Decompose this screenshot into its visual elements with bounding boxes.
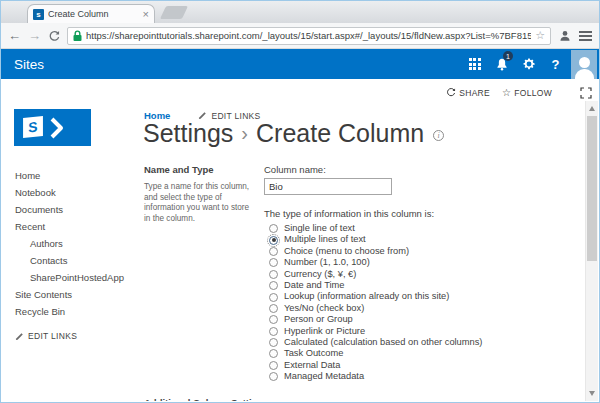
- type-option[interactable]: Lookup (information already on this site…: [264, 291, 584, 302]
- type-option[interactable]: Managed Metadata: [264, 371, 584, 382]
- bookmark-star-icon[interactable]: ☆: [535, 30, 545, 41]
- sidebar-item[interactable]: Home: [15, 167, 124, 184]
- type-option-label: Choice (menu to choose from): [284, 246, 409, 257]
- info-icon[interactable]: i: [433, 130, 444, 141]
- field-description-column: Name and Type Type a name for this colum…: [144, 164, 251, 224]
- column-name-label: Column name:: [264, 164, 584, 175]
- type-option-label: External Data: [284, 360, 340, 371]
- avatar-head: [579, 57, 590, 68]
- radio-icon[interactable]: [269, 304, 278, 313]
- notification-count-badge: 1: [503, 51, 513, 61]
- main-area: Home EDIT LINKS Settings › Create Column…: [143, 79, 584, 401]
- type-option-label: Task Outcome: [284, 348, 343, 359]
- scrollbar-thumb[interactable]: [587, 116, 597, 261]
- type-option[interactable]: Yes/No (check box): [264, 303, 584, 314]
- type-option[interactable]: Person or Group: [264, 314, 584, 325]
- sidebar-nav: Home Notebook Documents Recent Authors C…: [15, 167, 124, 320]
- radio-icon[interactable]: [269, 338, 278, 347]
- type-option[interactable]: Currency ($, ¥, €): [264, 269, 584, 280]
- new-tab-button[interactable]: [160, 6, 188, 19]
- radio-icon[interactable]: [269, 349, 278, 358]
- page-title: Settings › Create Column i: [143, 119, 444, 148]
- refresh-icon[interactable]: [48, 30, 60, 42]
- type-option[interactable]: Multiple lines of text: [264, 234, 584, 245]
- radio-icon[interactable]: [269, 247, 278, 256]
- type-option[interactable]: Single line of text: [264, 223, 584, 234]
- suite-bar-title: Sites: [14, 57, 44, 72]
- title-settings-link[interactable]: Settings: [143, 119, 233, 148]
- sidebar-item[interactable]: Recent: [15, 218, 124, 235]
- browser-window: s Create Column × ← → https://sharepoint…: [0, 0, 600, 403]
- section-description: Type a name for this column, and select …: [144, 182, 251, 224]
- sidebar-item[interactable]: Notebook: [15, 184, 124, 201]
- type-option-label: Person or Group: [284, 314, 353, 325]
- type-option-label: Hyperlink or Picture: [284, 326, 365, 337]
- radio-icon[interactable]: [269, 372, 278, 381]
- secure-padlock-icon[interactable]: [73, 30, 82, 42]
- radio-icon[interactable]: [269, 281, 278, 290]
- sidebar-edit-links-label: EDIT LINKS: [28, 331, 77, 341]
- type-option[interactable]: Hyperlink or Picture: [264, 326, 584, 337]
- sidebar-item[interactable]: Contacts: [15, 252, 124, 269]
- back-icon[interactable]: ←: [8, 29, 21, 42]
- radio-icon[interactable]: [269, 258, 278, 267]
- type-options-list: Single line of text Multiple lines of te…: [264, 223, 584, 382]
- sidebar-item[interactable]: SharePointHostedApp: [15, 269, 124, 286]
- next-section-heading: Additional Column Settings: [144, 397, 269, 401]
- logo-letter: S: [23, 116, 43, 138]
- logo-chevron-icon: [50, 116, 66, 140]
- profile-icon[interactable]: [558, 29, 572, 43]
- type-option-label: Yes/No (check box): [284, 303, 364, 314]
- sidebar-item[interactable]: Authors: [15, 235, 124, 252]
- radio-icon[interactable]: [269, 270, 278, 279]
- sharepoint-favicon-icon: s: [33, 9, 44, 20]
- sidebar-edit-links[interactable]: EDIT LINKS: [15, 331, 77, 341]
- section-title: Name and Type: [144, 164, 251, 175]
- tab-close-icon[interactable]: ×: [143, 9, 149, 20]
- settings-gear-icon[interactable]: [515, 49, 542, 79]
- type-option-label: Number (1, 1.0, 100): [284, 257, 370, 268]
- tab-strip: s Create Column ×: [1, 1, 599, 23]
- type-option[interactable]: Calculated (calculation based on other c…: [264, 337, 584, 348]
- address-bar[interactable]: https://sharepointtutorials.sharepoint.c…: [67, 27, 551, 45]
- radio-icon[interactable]: [269, 224, 278, 233]
- notifications-bell-icon[interactable]: 1: [488, 49, 515, 79]
- radio-icon[interactable]: [269, 293, 278, 302]
- type-option[interactable]: Date and Time: [264, 280, 584, 291]
- forward-icon[interactable]: →: [28, 29, 41, 42]
- type-option[interactable]: Number (1, 1.0, 100): [264, 257, 584, 268]
- vertical-scrollbar[interactable]: [585, 101, 598, 401]
- sidebar: S Home Notebook Documents Recent Authors: [2, 79, 136, 401]
- radio-icon[interactable]: [269, 315, 278, 324]
- type-option-label: Currency ($, ¥, €): [284, 269, 356, 280]
- page-content: SHARE ☆ FOLLOW S Hom: [2, 79, 598, 401]
- sidebar-item[interactable]: Site Contents: [15, 286, 124, 303]
- type-option[interactable]: External Data: [264, 360, 584, 371]
- type-option-label: Lookup (information already on this site…: [284, 291, 449, 302]
- type-option-label: Managed Metadata: [284, 371, 364, 382]
- sidebar-item[interactable]: Recycle Bin: [15, 303, 124, 320]
- radio-icon[interactable]: [269, 361, 278, 370]
- radio-icon[interactable]: [269, 236, 278, 245]
- suite-bar-icons: 1 ?: [461, 49, 569, 79]
- scroll-down-icon[interactable]: [589, 391, 595, 396]
- column-name-input[interactable]: [264, 178, 392, 195]
- type-option[interactable]: Choice (menu to choose from): [264, 246, 584, 257]
- sidebar-item[interactable]: Documents: [15, 201, 124, 218]
- pencil-icon: [15, 332, 24, 341]
- type-option-label: Multiple lines of text: [284, 234, 366, 245]
- scroll-up-icon[interactable]: [589, 106, 595, 111]
- url-text[interactable]: https://sharepointtutorials.sharepoint.c…: [86, 30, 531, 41]
- browser-toolbar: ← → https://sharepointtutorials.sharepoi…: [1, 23, 599, 49]
- radio-icon[interactable]: [269, 327, 278, 336]
- sharepoint-logo[interactable]: S: [14, 109, 91, 146]
- type-option-label: Single line of text: [284, 223, 355, 234]
- form-column: Column name: The type of information in …: [264, 164, 584, 382]
- tab-title: Create Column: [48, 9, 140, 19]
- browser-tab[interactable]: s Create Column ×: [27, 4, 155, 23]
- type-question-label: The type of information in this column i…: [264, 208, 584, 219]
- app-launcher-icon[interactable]: [461, 49, 488, 79]
- type-option[interactable]: Task Outcome: [264, 348, 584, 359]
- menu-icon[interactable]: [579, 29, 592, 43]
- help-icon[interactable]: ?: [542, 49, 569, 79]
